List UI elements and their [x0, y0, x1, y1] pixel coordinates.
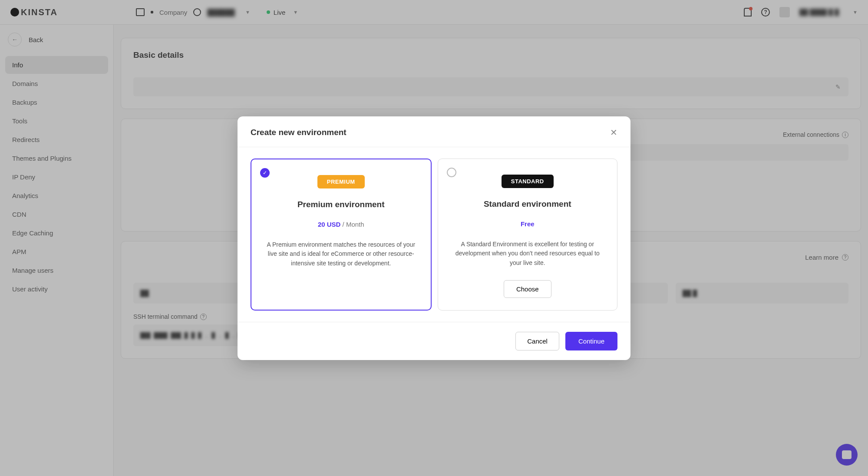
- standard-card-title: Standard environment: [484, 199, 571, 209]
- create-environment-modal: Create new environment ✕ ✓ PREMIUM Premi…: [238, 116, 630, 360]
- standard-badge: STANDARD: [502, 175, 554, 188]
- standard-price: Free: [521, 220, 535, 228]
- premium-description: A Premium environment matches the resour…: [261, 240, 421, 268]
- modal-body: ✓ PREMIUM Premium environment 20 USD / M…: [238, 147, 630, 322]
- radio-checked-icon[interactable]: ✓: [260, 168, 270, 178]
- premium-option-card[interactable]: ✓ PREMIUM Premium environment 20 USD / M…: [251, 159, 432, 311]
- close-icon[interactable]: ✕: [610, 128, 617, 137]
- modal-footer: Cancel Continue: [238, 322, 630, 360]
- modal-title: Create new environment: [251, 128, 347, 137]
- standard-option-card[interactable]: STANDARD Standard environment Free A Sta…: [438, 159, 618, 311]
- standard-description: A Standard Environment is excellent for …: [448, 240, 608, 268]
- premium-badge: PREMIUM: [317, 175, 365, 188]
- cancel-button[interactable]: Cancel: [515, 332, 559, 350]
- premium-card-title: Premium environment: [297, 200, 385, 209]
- premium-price: 20 USD / Month: [318, 221, 364, 228]
- continue-button[interactable]: Continue: [565, 332, 617, 350]
- modal-overlay[interactable]: Create new environment ✕ ✓ PREMIUM Premi…: [0, 0, 868, 476]
- radio-unchecked-icon[interactable]: [447, 168, 456, 177]
- choose-button[interactable]: Choose: [504, 280, 551, 298]
- modal-header: Create new environment ✕: [238, 116, 630, 147]
